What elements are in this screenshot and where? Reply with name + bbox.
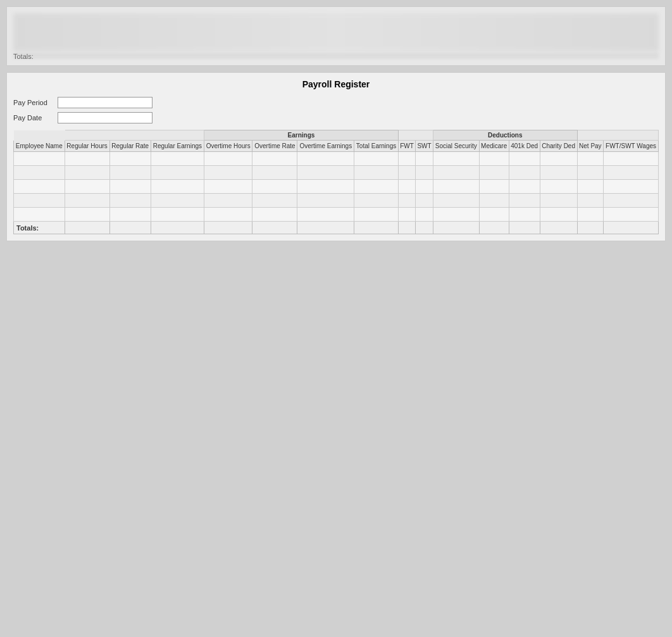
- pay-date-input[interactable]: [58, 112, 152, 123]
- th-charity-ded: Charity Ded: [540, 141, 577, 152]
- gh-empty1: [14, 130, 65, 141]
- gh-empty2: [65, 130, 204, 141]
- table-row: [14, 180, 659, 194]
- gh-blank-mid: [398, 130, 433, 141]
- totals-label: Totals:: [14, 222, 65, 234]
- table-container: Earnings Deductions Employee Name Regula…: [13, 130, 659, 234]
- pay-period-row: Pay Period: [13, 97, 659, 108]
- th-overtime-hours: Overtime Hours: [204, 141, 252, 152]
- th-overtime-earnings: Overtime Earnings: [297, 141, 354, 152]
- payroll-table: Earnings Deductions Employee Name Regula…: [13, 130, 659, 234]
- pay-period-label: Pay Period: [13, 99, 58, 106]
- gh-blank-end: [577, 130, 658, 141]
- gh-deductions: Deductions: [433, 130, 577, 141]
- pay-date-label: Pay Date: [13, 114, 58, 122]
- table-row: [14, 152, 659, 166]
- th-total-earnings: Total Earnings: [354, 141, 399, 152]
- th-swt: SWT: [416, 141, 433, 152]
- th-regular-earnings: Regular Earnings: [151, 141, 204, 152]
- pay-period-input[interactable]: [58, 97, 152, 108]
- th-overtime-rate: Overtime Rate: [252, 141, 297, 152]
- group-header-row: Earnings Deductions: [14, 130, 659, 141]
- th-social-security: Social Security: [433, 141, 479, 152]
- payroll-register-title: Payroll Register: [13, 79, 659, 89]
- totals-row: Totals:: [14, 222, 659, 234]
- top-section: Totals:: [6, 6, 666, 66]
- table-row: [14, 194, 659, 208]
- th-employee-name: Employee Name: [14, 141, 65, 152]
- table-row: [14, 208, 659, 222]
- col-header-row: Employee Name Regular Hours Regular Rate…: [14, 141, 659, 152]
- table-body: Totals:: [14, 152, 659, 234]
- th-regular-hours: Regular Hours: [65, 141, 109, 152]
- page-container: Totals: Payroll Register Pay Period Pay …: [0, 0, 672, 637]
- th-medicare: Medicare: [479, 141, 509, 152]
- table-row: [14, 166, 659, 180]
- pay-date-row: Pay Date: [13, 112, 659, 123]
- th-fwt-swt-wages: FWT/SWT Wages: [604, 141, 659, 152]
- th-net-pay: Net Pay: [577, 141, 603, 152]
- th-regular-rate: Regular Rate: [109, 141, 151, 152]
- th-401k-ded: 401k Ded: [509, 141, 540, 152]
- gh-earnings: Earnings: [204, 130, 398, 141]
- main-section: Payroll Register Pay Period Pay Date Ear…: [6, 72, 666, 241]
- th-fwt: FWT: [398, 141, 415, 152]
